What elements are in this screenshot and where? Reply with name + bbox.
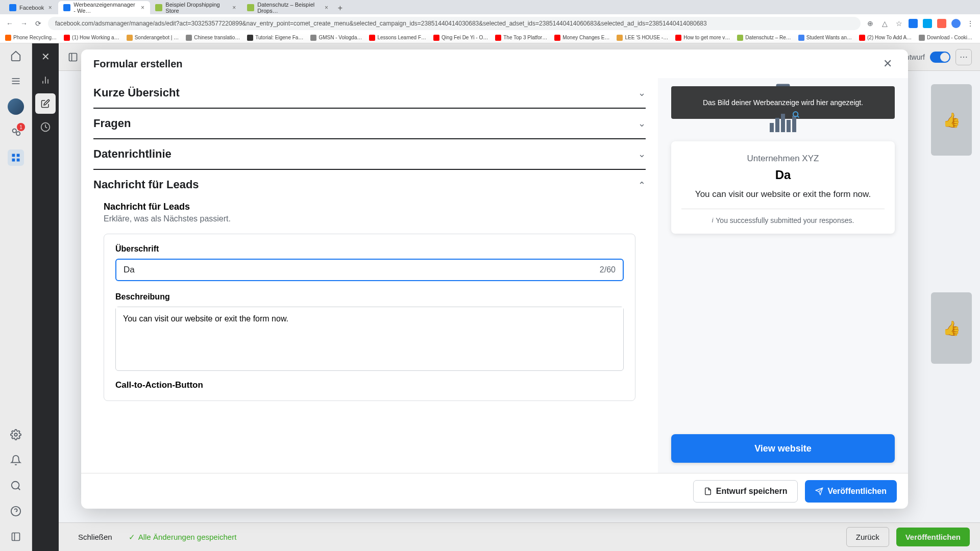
- close-icon[interactable]: ×: [231, 5, 237, 11]
- modal-overlay: Formular erstellen ✕ Kurze Übersicht⌄ Fr…: [59, 43, 980, 551]
- close-editor-button[interactable]: ✕: [35, 46, 56, 67]
- editor-rail: ✕: [32, 43, 59, 551]
- svg-point-3: [13, 129, 16, 133]
- save-draft-button[interactable]: Entwurf speichern: [693, 480, 798, 503]
- publish-form-button[interactable]: Veröffentlichen: [805, 480, 897, 503]
- browser-tab[interactable]: Beispiel Dropshipping Store×: [150, 1, 242, 14]
- history-icon[interactable]: [35, 117, 56, 137]
- chevron-down-icon: ⌄: [638, 118, 646, 129]
- preview-cta-button[interactable]: View website: [671, 434, 895, 463]
- bookmark[interactable]: Money Changes E…: [554, 35, 609, 41]
- modal-header: Formular erstellen ✕: [81, 49, 908, 78]
- close-icon[interactable]: ×: [324, 5, 329, 11]
- field-card: Überschrift 2/60 Beschreibung Call-to-Ac…: [104, 234, 635, 401]
- help-icon[interactable]: [8, 503, 24, 519]
- bookmark[interactable]: Tutorial: Eigene Fa…: [247, 35, 303, 41]
- url-field[interactable]: facebook.com/adsmanager/manage/ads/edit?…: [48, 17, 861, 30]
- bookmark[interactable]: Chinese translatio…: [186, 35, 240, 41]
- chart-icon[interactable]: [35, 70, 56, 90]
- ads-manager-icon[interactable]: [8, 149, 24, 166]
- chevron-down-icon: ⌄: [638, 148, 646, 160]
- bookmark[interactable]: The Top 3 Platfor…: [495, 35, 547, 41]
- bookmark[interactable]: (2) How To Add A…: [859, 35, 912, 41]
- star-icon[interactable]: ☆: [894, 19, 903, 28]
- search-icon[interactable]: [8, 478, 24, 494]
- audiences-icon[interactable]: 1: [8, 124, 24, 140]
- chevron-up-icon: ⌄: [638, 179, 646, 190]
- section-description: Erkläre, was als Nächstes passiert.: [104, 214, 635, 223]
- create-form-modal: Formular erstellen ✕ Kurze Übersicht⌄ Fr…: [81, 49, 908, 509]
- menu-icon[interactable]: ⋮: [966, 19, 975, 28]
- headline-label: Überschrift: [115, 244, 624, 254]
- notifications-icon[interactable]: [8, 452, 24, 468]
- description-input[interactable]: [116, 307, 623, 368]
- svg-rect-8: [17, 159, 20, 162]
- bookmark[interactable]: (1) How Working a…: [64, 35, 119, 41]
- accordion-privacy[interactable]: Datenrichtlinie⌄: [93, 139, 646, 170]
- facebook-rail: 1: [0, 43, 32, 551]
- close-icon[interactable]: ×: [140, 5, 145, 11]
- tab-strip: Facebook× Werbeanzeigenmanager - We…× Be…: [0, 0, 980, 14]
- extension-icon[interactable]: [909, 19, 918, 28]
- bookmark[interactable]: Qing Fei De Yi - O…: [433, 35, 488, 41]
- menu-icon[interactable]: [8, 73, 24, 89]
- svg-point-4: [16, 132, 20, 135]
- svg-line-11: [18, 488, 20, 490]
- bookmark[interactable]: Datenschutz – Re…: [737, 35, 791, 41]
- section-subtitle: Nachricht für Leads: [104, 202, 635, 212]
- bookmark[interactable]: GMSN - Vologda…: [310, 35, 362, 41]
- chevron-down-icon: ⌄: [638, 87, 646, 98]
- bookmark[interactable]: Sonderangebot | …: [127, 35, 179, 41]
- info-icon: i: [712, 217, 714, 224]
- close-modal-button[interactable]: ✕: [879, 56, 896, 72]
- bookmark[interactable]: Download - Cooki…: [919, 35, 972, 41]
- char-counter: 2/60: [600, 265, 616, 274]
- modal-footer: Entwurf speichern Veröffentlichen: [81, 473, 908, 509]
- svg-rect-6: [17, 154, 20, 157]
- svg-point-10: [12, 482, 19, 489]
- document-icon: [704, 487, 712, 495]
- preview-headline: Da: [681, 168, 885, 182]
- collapse-icon[interactable]: [8, 529, 24, 545]
- reload-button[interactable]: ⟳: [34, 19, 43, 28]
- address-bar: ← → ⟳ facebook.com/adsmanager/manage/ads…: [0, 14, 980, 32]
- back-button[interactable]: ←: [5, 19, 14, 28]
- bookmark[interactable]: Lessons Learned F…: [369, 35, 426, 41]
- bookmarks-bar: Phone Recycling… (1) How Working a… Sond…: [0, 32, 980, 43]
- home-icon[interactable]: [8, 47, 24, 64]
- forward-button[interactable]: →: [19, 19, 29, 28]
- headline-input-wrapper[interactable]: 2/60: [115, 259, 624, 281]
- preview-success-msg: iYou successfully submitted your respons…: [681, 216, 885, 224]
- accordion-message[interactable]: Nachricht für Leads⌄ Nachricht für Leads…: [93, 170, 646, 411]
- svg-rect-14: [12, 533, 20, 541]
- browser-tab[interactable]: Datenschutz – Beispiel Drops…×: [242, 1, 334, 14]
- extension-icon[interactable]: [923, 19, 932, 28]
- preview-company: Unternehmen XYZ: [681, 154, 885, 164]
- headline-input[interactable]: [124, 265, 600, 275]
- send-icon: [815, 487, 823, 495]
- close-icon[interactable]: ×: [47, 5, 53, 11]
- new-tab-button[interactable]: +: [334, 2, 346, 14]
- edit-icon[interactable]: [35, 93, 56, 114]
- svg-point-29: [793, 112, 798, 116]
- browser-tab[interactable]: Werbeanzeigenmanager - We…×: [58, 1, 150, 14]
- settings-icon[interactable]: [8, 427, 24, 443]
- avatar[interactable]: [8, 98, 24, 115]
- description-input-wrapper[interactable]: [115, 307, 624, 371]
- profile-icon[interactable]: [951, 19, 961, 28]
- modal-title: Formular erstellen: [93, 58, 183, 70]
- bookmark[interactable]: LEE 'S HOUSE -…: [617, 35, 668, 41]
- share-icon[interactable]: △: [880, 19, 889, 28]
- search-icon[interactable]: ⊕: [866, 19, 875, 28]
- bookmark[interactable]: Student Wants an…: [798, 35, 852, 41]
- browser-tab[interactable]: Facebook×: [4, 1, 58, 14]
- accordion-overview[interactable]: Kurze Übersicht⌄: [93, 78, 646, 109]
- svg-rect-7: [12, 159, 15, 162]
- extension-icon[interactable]: [937, 19, 946, 28]
- bookmark[interactable]: Phone Recycling…: [5, 35, 57, 41]
- preview-description: You can visit our website or exit the fo…: [681, 188, 885, 209]
- accordion-questions[interactable]: Fragen⌄: [93, 109, 646, 139]
- bookmark[interactable]: How to get more v…: [675, 35, 730, 41]
- cta-section-label: Call-to-Action-Button: [115, 380, 624, 390]
- form-pane[interactable]: Kurze Übersicht⌄ Fragen⌄ Datenrichtlinie…: [81, 78, 658, 473]
